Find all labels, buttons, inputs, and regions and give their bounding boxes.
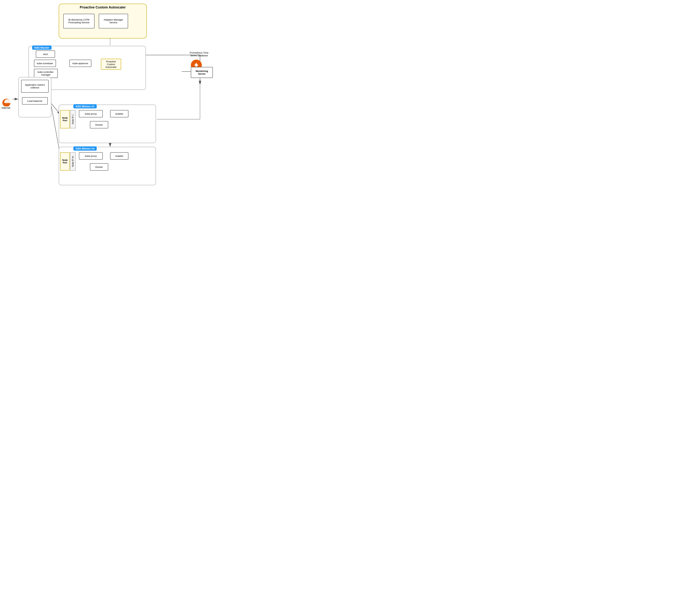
node-ip-n: Node IP #n: [70, 152, 76, 171]
autoscaler-title: Proactive Custom Autoscaler: [59, 5, 147, 9]
node-ip-1: Node IP 1: [70, 110, 76, 128]
proactive-custom-autoscaler-master-box: Proactive Custom Autoscaler: [101, 59, 121, 70]
kube-proxy-minionn-box: kube-proxy: [79, 152, 103, 159]
lstm-box: Bi-directional LSTM Forecasting Service: [63, 14, 95, 28]
kube-apiserver-box: kube-apiserver: [69, 59, 91, 67]
kube-scheduler-box: kube-scheduler: [34, 59, 56, 67]
architecture-diagram: Proactive Custom Autoscaler Bi-direction…: [0, 0, 220, 189]
k8s-minion1-label: K8S Minion #1: [73, 104, 97, 108]
k8s-minionn-label: K8S Minion #n: [73, 146, 97, 151]
kubelet-minionn-box: kubelet: [110, 152, 128, 159]
k8s-master-label: K8S Master: [32, 46, 52, 50]
kubelet-minion1-box: kubelet: [110, 110, 128, 118]
docker-minionn-box: Docker: [90, 163, 108, 171]
etcd-box: etcd: [36, 50, 55, 58]
kube-proxy-minion1-box: kube-proxy: [79, 110, 103, 118]
app-metrics-collector-box: Application metrics collector: [21, 80, 49, 93]
adaption-manager-box: Adaption Manager Service: [99, 14, 128, 28]
docker-minion1-box: Docker: [90, 121, 108, 128]
node-port-minionn: Node Port: [60, 152, 70, 171]
kube-controller-manager-box: kube-controller- manager: [34, 69, 58, 78]
internet-cloud-icon: [1, 97, 12, 107]
load-balancer-box: Load balancer: [22, 97, 48, 105]
monitoring-server-box: Monitoring Server: [191, 67, 213, 78]
prometheus-label: Prometheus Time Series Database: [187, 51, 211, 57]
node-port-minion1: Node Port: [60, 110, 70, 128]
